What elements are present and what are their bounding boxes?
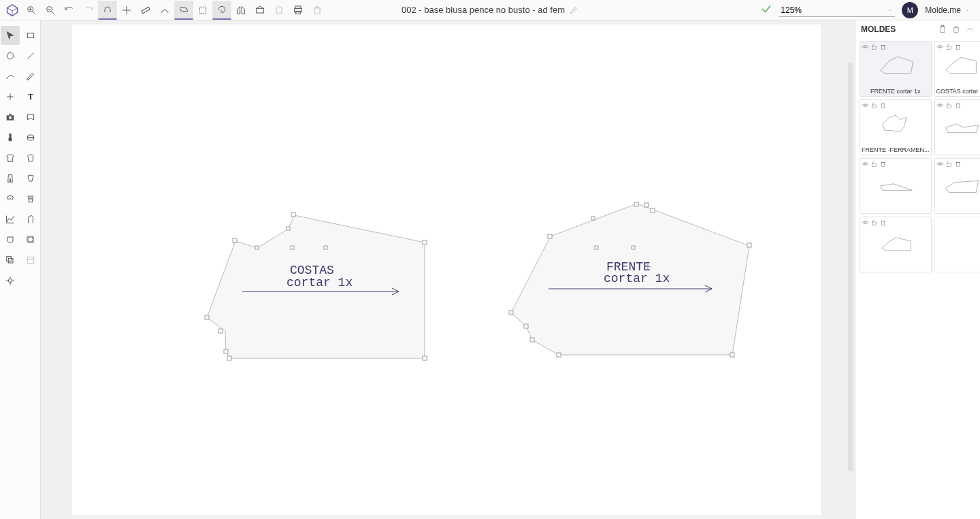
unlock-icon[interactable]: [945, 160, 953, 168]
grade-tool[interactable]: [1, 251, 20, 270]
snap-button[interactable]: [98, 1, 117, 20]
molde-thumb-0[interactable]: FRENTE cortar 1x: [860, 41, 932, 97]
bag-icon[interactable]: [951, 25, 961, 34]
molde-thumb-2[interactable]: FRENTE -FERRAMEN...: [860, 99, 932, 155]
zoom-value[interactable]: [779, 4, 895, 17]
ruler-button[interactable]: [136, 1, 155, 20]
trash-button[interactable]: [308, 1, 327, 20]
seam-tool[interactable]: [21, 230, 40, 249]
trash-icon[interactable]: [954, 43, 962, 50]
chevron-down-icon: [964, 7, 970, 14]
undo-button[interactable]: [60, 1, 79, 20]
pattern-frente[interactable]: FRENTE + cortar 1x: [440, 188, 766, 372]
shape-tool[interactable]: [21, 108, 40, 127]
unlock-icon[interactable]: [870, 43, 878, 50]
eye-icon[interactable]: [936, 43, 944, 50]
pocket-tool[interactable]: [1, 230, 20, 249]
molde-thumb-3[interactable]: [934, 99, 980, 155]
zoom-in-button[interactable]: [22, 1, 41, 20]
canvas-area[interactable]: COSTAS cortar 1x FRENTE + cortar 1: [41, 20, 855, 519]
print-button[interactable]: [289, 1, 308, 20]
shirt-tool[interactable]: [1, 148, 20, 168]
svg-rect-88: [881, 163, 885, 167]
gear-tool[interactable]: [21, 128, 40, 147]
svg-rect-50: [287, 227, 290, 230]
unlock-icon[interactable]: [945, 101, 953, 109]
molde-thumb-5[interactable]: [934, 158, 980, 214]
moldes-panel-title: MOLDES: [861, 25, 896, 34]
unlock-icon[interactable]: [945, 43, 953, 50]
sleeve-tool[interactable]: [21, 169, 40, 188]
pants-tool[interactable]: [1, 169, 20, 188]
eye-icon[interactable]: [862, 101, 869, 109]
unlock-icon[interactable]: [870, 101, 878, 109]
molde-thumb-empty[interactable]: [934, 217, 980, 272]
moldes-panel-header: MOLDES: [855, 20, 980, 38]
refresh-button[interactable]: [212, 1, 231, 20]
svg-point-78: [864, 104, 866, 106]
ghost-button[interactable]: [270, 1, 289, 20]
svg-rect-28: [9, 114, 12, 115]
collar1-tool[interactable]: [1, 189, 20, 208]
canvas-page[interactable]: COSTAS cortar 1x FRENTE + cortar 1: [72, 25, 821, 515]
graph-tool[interactable]: [1, 210, 20, 229]
crosshair-button[interactable]: [117, 1, 136, 20]
unlock-icon[interactable]: [870, 160, 878, 168]
eye-icon[interactable]: [936, 101, 944, 109]
eye-icon[interactable]: [862, 43, 869, 50]
svg-line-7: [52, 12, 54, 14]
select-area-button[interactable]: [193, 1, 212, 20]
zoom-select[interactable]: [779, 3, 895, 17]
mirror-button[interactable]: [231, 1, 250, 20]
unlock-icon[interactable]: [870, 219, 878, 226]
svg-point-40: [8, 279, 12, 282]
svg-rect-62: [530, 338, 534, 342]
pencil-tool[interactable]: [21, 67, 40, 86]
molde-thumb-4[interactable]: [860, 158, 932, 214]
camera-tool[interactable]: [1, 108, 20, 127]
text-tool[interactable]: T: [21, 87, 40, 106]
svg-rect-56: [634, 202, 638, 206]
trash-icon[interactable]: [954, 160, 962, 168]
curve-tool[interactable]: [1, 67, 20, 86]
selection-tool[interactable]: [1, 26, 20, 45]
line-tool[interactable]: [21, 46, 40, 65]
chevron-up-icon[interactable]: [965, 25, 975, 34]
body-tool[interactable]: [1, 128, 20, 147]
svg-rect-80: [881, 104, 885, 108]
zoom-out-button[interactable]: [41, 1, 60, 20]
circle-tool[interactable]: [1, 46, 20, 65]
curve-button[interactable]: [155, 1, 174, 20]
trash-icon[interactable]: [879, 219, 887, 226]
garment-tool[interactable]: [21, 148, 40, 168]
collar2-tool[interactable]: [21, 189, 40, 208]
eye-icon[interactable]: [862, 219, 869, 226]
redo-button[interactable]: [79, 1, 98, 20]
user-menu[interactable]: Molde.me: [925, 5, 970, 15]
svg-rect-38: [27, 257, 33, 263]
canvas-scrollbar[interactable]: [848, 63, 853, 471]
molde-thumb-6[interactable]: [860, 217, 932, 272]
pattern-costas[interactable]: COSTAS cortar 1x: [133, 188, 440, 372]
hood-tool[interactable]: [21, 210, 40, 229]
clipboard-icon[interactable]: [938, 25, 947, 34]
moldes-panel: MOLDES FRENTE cortar 1x COSTAS cortar: [855, 20, 980, 519]
fill-button[interactable]: [250, 1, 270, 20]
rectangle-tool[interactable]: [21, 26, 40, 45]
app-logo[interactable]: [3, 1, 22, 20]
trash-icon[interactable]: [879, 101, 887, 109]
trash-icon[interactable]: [879, 43, 887, 50]
marker-tool[interactable]: [21, 251, 40, 270]
path-button[interactable]: [174, 1, 193, 20]
center-tool[interactable]: [1, 271, 20, 290]
molde-thumb-1[interactable]: COSTAS cortar 1x: [934, 41, 980, 97]
eye-icon[interactable]: [862, 160, 869, 168]
eye-icon[interactable]: [936, 160, 944, 168]
trash-icon[interactable]: [954, 101, 962, 109]
add-tool[interactable]: [1, 87, 20, 106]
user-avatar[interactable]: M: [902, 2, 918, 18]
svg-rect-44: [423, 240, 427, 245]
trash-icon[interactable]: [879, 160, 887, 168]
svg-rect-55: [548, 234, 552, 238]
edit-title-icon[interactable]: [569, 5, 578, 15]
